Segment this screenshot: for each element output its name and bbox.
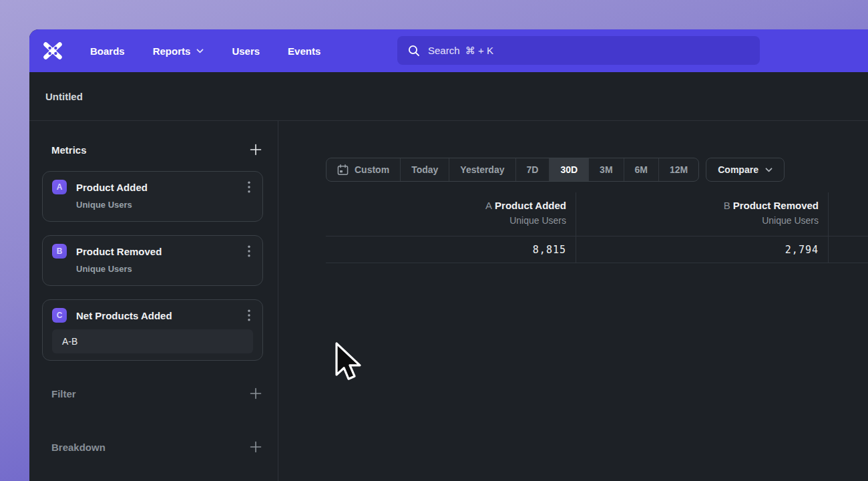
search-placeholder: Search ⌘ + K	[428, 45, 493, 57]
metric-measurement[interactable]: Unique Users	[76, 264, 253, 274]
column-title: BProduct Removed	[576, 200, 819, 211]
filter-label: Filter	[51, 388, 76, 399]
table-value	[829, 236, 868, 263]
table-value: 2,794	[576, 236, 828, 263]
table-value: 8,815	[326, 236, 576, 263]
metric-card-c[interactable]: C Net Products Added A-B	[42, 299, 263, 361]
metric-badge: A	[52, 180, 67, 194]
date-range-7d[interactable]: 7D	[515, 158, 550, 181]
calendar-icon	[337, 164, 349, 176]
metric-title: Product Added	[76, 182, 236, 193]
top-navbar: Boards Reports Users Events Search ⌘ + K	[29, 29, 868, 72]
nav-item-boards[interactable]: Boards	[90, 45, 125, 57]
date-range-label: 30D	[560, 164, 578, 175]
search-icon	[408, 45, 420, 57]
metric-badge: B	[52, 244, 67, 259]
date-range-label: Custom	[355, 164, 389, 175]
app-window: Boards Reports Users Events Search ⌘ + K	[29, 29, 868, 481]
date-range-label: 7D	[527, 164, 539, 175]
formula-input[interactable]: A-B	[52, 329, 253, 353]
date-range-label: Today	[411, 164, 438, 175]
metric-options-kebab-icon[interactable]	[245, 180, 253, 194]
column-subtitle: Unique Users	[326, 215, 566, 226]
column-title: AProduct Added	[326, 200, 566, 211]
report-body: Metrics A Product Added Unique Users	[29, 121, 868, 481]
metrics-sidebar: Metrics A Product Added Unique Users	[29, 121, 278, 481]
column-header: AProduct Added Unique Users	[326, 192, 576, 236]
chevron-down-icon	[765, 168, 773, 172]
mixpanel-logo-icon[interactable]	[43, 42, 63, 59]
date-range-yesterday[interactable]: Yesterday	[449, 158, 515, 181]
desktop-background: Boards Reports Users Events Search ⌘ + K	[0, 0, 868, 481]
date-range-label: 6M	[635, 164, 648, 175]
metric-title: Product Removed	[76, 246, 236, 257]
column-badge: A	[485, 200, 492, 211]
date-range-3m[interactable]: 3M	[588, 158, 623, 181]
table-column-a: AProduct Added Unique Users 8,815	[326, 192, 576, 263]
date-controls: Custom Today Yesterday 7D 30D 3M 6M 12M …	[326, 158, 868, 182]
add-breakdown-button[interactable]	[248, 440, 263, 454]
metrics-section-header: Metrics	[51, 140, 263, 160]
chevron-down-icon	[196, 49, 204, 53]
results-panel: Custom Today Yesterday 7D 30D 3M 6M 12M …	[278, 121, 868, 481]
breakdown-section-header: Breakdown	[51, 437, 263, 457]
column-header	[829, 192, 868, 236]
nav-item-users[interactable]: Users	[232, 45, 260, 57]
column-badge: B	[724, 200, 730, 211]
column-title-text: Product Removed	[733, 200, 819, 211]
report-header: Untitled	[29, 72, 868, 121]
metric-options-kebab-icon[interactable]	[245, 244, 253, 259]
metric-card-a[interactable]: A Product Added Unique Users	[42, 171, 263, 222]
nav-item-reports[interactable]: Reports	[153, 45, 204, 57]
date-range-label: 12M	[670, 164, 688, 175]
nav-item-events[interactable]: Events	[288, 45, 320, 57]
column-subtitle: Unique Users	[576, 215, 819, 226]
add-filter-button[interactable]	[248, 386, 263, 401]
main-nav: Boards Reports Users Events	[90, 45, 320, 57]
column-title-text: Product Added	[495, 200, 566, 211]
date-range-6m[interactable]: 6M	[624, 158, 658, 181]
metric-title: Net Products Added	[76, 310, 236, 321]
column-header: BProduct Removed Unique Users	[576, 192, 828, 236]
nav-item-label: Reports	[153, 45, 191, 57]
date-range-label: Yesterday	[460, 164, 504, 175]
metric-options-kebab-icon[interactable]	[245, 308, 253, 323]
search-input[interactable]: Search ⌘ + K	[397, 36, 760, 65]
compare-button[interactable]: Compare	[706, 158, 785, 182]
date-range-12m[interactable]: 12M	[658, 158, 698, 181]
metric-card-b[interactable]: B Product Removed Unique Users	[42, 235, 263, 286]
date-range-30d[interactable]: 30D	[549, 158, 588, 181]
nav-item-label: Events	[288, 45, 320, 57]
add-metric-button[interactable]	[248, 142, 263, 157]
table-column-empty	[828, 192, 868, 263]
nav-item-label: Users	[232, 45, 260, 57]
table-column-b: BProduct Removed Unique Users 2,794	[576, 192, 828, 263]
nav-item-label: Boards	[90, 45, 125, 57]
metric-badge: C	[52, 308, 67, 323]
date-range-label: 3M	[600, 164, 612, 175]
date-range-custom[interactable]: Custom	[327, 158, 400, 181]
date-range-selector: Custom Today Yesterday 7D 30D 3M 6M 12M	[326, 158, 699, 182]
metric-measurement[interactable]: Unique Users	[76, 200, 253, 210]
filter-section-header: Filter	[51, 383, 263, 404]
breakdown-label: Breakdown	[51, 442, 105, 453]
page-title[interactable]: Untitled	[45, 91, 83, 102]
metrics-label: Metrics	[51, 144, 87, 156]
compare-label: Compare	[718, 164, 758, 175]
results-table: AProduct Added Unique Users 8,815 BProdu…	[326, 192, 868, 263]
date-range-today[interactable]: Today	[400, 158, 449, 181]
